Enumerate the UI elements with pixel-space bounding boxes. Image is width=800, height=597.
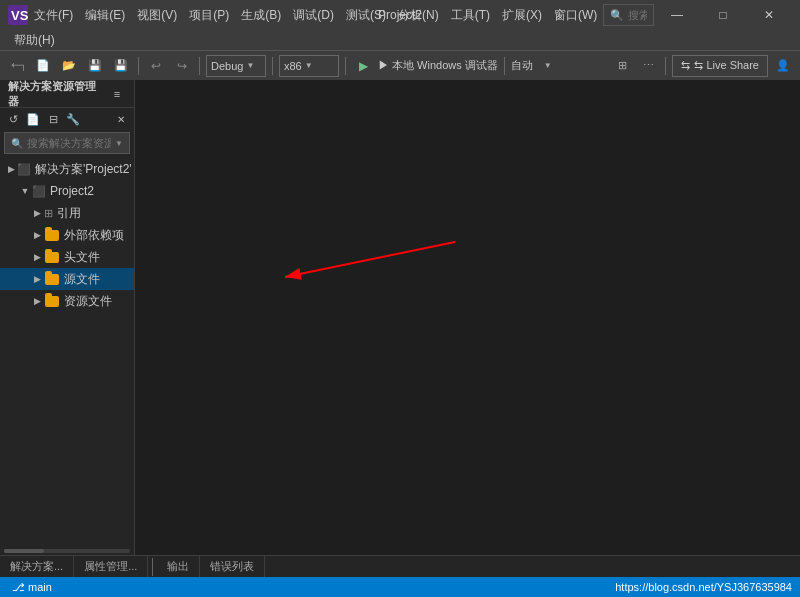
header-files-node[interactable]: ▶ 头文件 <box>0 246 134 268</box>
menu-extensions[interactable]: 扩展(X) <box>496 3 548 28</box>
status-branch[interactable]: ⎇ main <box>8 581 56 594</box>
profile-btn[interactable]: 👤 <box>772 55 794 77</box>
back-btn[interactable]: ⮢ <box>6 55 28 77</box>
solution-search-arrow: ▼ <box>115 139 123 148</box>
external-chevron: ▶ <box>32 230 42 240</box>
properties-tab[interactable]: 属性管理... <box>74 556 148 578</box>
menu-window[interactable]: 窗口(W) <box>548 3 603 28</box>
editor-area <box>135 80 800 555</box>
sidebar-toolbar: ↺ 📄 ⊟ 🔧 ✕ <box>0 108 134 130</box>
sep2 <box>199 57 200 75</box>
menu-file[interactable]: 文件(F) <box>28 3 79 28</box>
references-chevron: ▶ <box>32 208 42 218</box>
menu-build[interactable]: 生成(B) <box>235 3 287 28</box>
solution-explorer-panel: 解决方案资源管理器 ≡ ↺ 📄 ⊟ 🔧 ✕ 🔍 ▼ ▶ ⬛ 解决 <box>0 80 135 555</box>
properties-btn[interactable]: 🔧 <box>64 110 82 128</box>
run-label: ▶ 本地 Windows 调试器 <box>378 58 498 73</box>
errors-tab[interactable]: 错误列表 <box>200 556 265 578</box>
menu-tools[interactable]: 工具(T) <box>445 3 496 28</box>
title-search-input[interactable] <box>628 9 647 21</box>
sidebar-scrollbar[interactable] <box>0 547 134 555</box>
resource-folder-icon <box>44 293 60 309</box>
external-folder-icon <box>44 227 60 243</box>
platform-label: x86 <box>284 60 302 72</box>
output-tab-label: 输出 <box>167 559 189 574</box>
resource-chevron: ▶ <box>32 296 42 306</box>
sidebar-title: 解决方案资源管理器 ≡ <box>0 80 134 108</box>
platform-select[interactable]: x86 ▼ <box>279 55 339 77</box>
close-panel-btn[interactable]: ✕ <box>112 110 130 128</box>
live-share-icon: ⇆ <box>681 59 690 72</box>
title-search-box[interactable]: 🔍 <box>603 4 654 26</box>
save-all-btn[interactable]: 💾 <box>110 55 132 77</box>
menu-edit[interactable]: 编辑(E) <box>79 3 131 28</box>
solution-tab[interactable]: 解决方案... <box>0 556 74 578</box>
solution-search-bar[interactable]: 🔍 ▼ <box>4 132 130 154</box>
debug-config-label: Debug <box>211 60 243 72</box>
source-folder-icon <box>44 271 60 287</box>
references-node[interactable]: ▶ ⊞ 引用 <box>0 202 134 224</box>
new-project-btn[interactable]: 📄 <box>32 55 54 77</box>
run-button[interactable]: ▶ <box>352 55 374 77</box>
menu-project[interactable]: 项目(P) <box>183 3 235 28</box>
solution-chevron: ▶ <box>8 164 15 174</box>
sync-solution-btn[interactable]: ↺ <box>4 110 22 128</box>
sep6 <box>665 57 666 75</box>
header-chevron: ▶ <box>32 252 42 262</box>
sep1 <box>138 57 139 75</box>
solution-node[interactable]: ▶ ⬛ 解决方案'Project2' <box>0 158 134 180</box>
menu-bar: 文件(F) 编辑(E) 视图(V) 项目(P) 生成(B) 调试(D) 测试(S… <box>28 3 603 28</box>
title-bar: VS 文件(F) 编辑(E) 视图(V) 项目(P) 生成(B) 调试(D) 测… <box>0 0 800 30</box>
content-area: 解决方案资源管理器 ≡ ↺ 📄 ⊟ 🔧 ✕ 🔍 ▼ ▶ ⬛ 解决 <box>0 80 800 555</box>
menu-view[interactable]: 视图(V) <box>131 3 183 28</box>
maximize-button[interactable]: □ <box>700 0 746 30</box>
svg-text:VS: VS <box>11 8 28 23</box>
solution-search-icon: 🔍 <box>11 138 23 149</box>
project-node[interactable]: ▼ ⬛ Project2 <box>0 180 134 202</box>
solution-search-input[interactable] <box>27 137 111 149</box>
resource-files-node[interactable]: ▶ 资源文件 <box>0 290 134 312</box>
undo-btn[interactable]: ↩ <box>145 55 167 77</box>
status-url: https://blog.csdn.net/YSJ367635984 <box>615 581 792 593</box>
solution-icon: ⬛ <box>17 163 31 176</box>
sep5 <box>504 57 505 75</box>
resource-files-label: 资源文件 <box>64 293 112 310</box>
svg-line-3 <box>285 242 455 277</box>
show-files-btn[interactable]: 📄 <box>24 110 42 128</box>
platform-arrow: ▼ <box>305 61 313 70</box>
main-toolbar: ⮢ 📄 📂 💾 💾 ↩ ↪ Debug ▼ x86 ▼ ▶ ▶ 本地 Windo… <box>0 50 800 80</box>
menu-help[interactable]: 帮助(H) <box>8 28 61 53</box>
debug-config-select[interactable]: Debug ▼ <box>206 55 266 77</box>
status-bar: ⎇ main https://blog.csdn.net/YSJ36763598… <box>0 577 800 597</box>
source-files-label: 源文件 <box>64 271 100 288</box>
references-icon: ⊞ <box>44 207 53 220</box>
scrollbar-track <box>4 549 130 553</box>
toolbar-extra-btn[interactable]: ⋯ <box>637 55 659 77</box>
live-share-label: ⇆ Live Share <box>694 59 759 72</box>
source-files-node[interactable]: ▶ 源文件 <box>0 268 134 290</box>
live-share-button[interactable]: ⇆ ⇆ Live Share <box>672 55 768 77</box>
sep3 <box>272 57 273 75</box>
auto-arrow[interactable]: ▼ <box>537 55 559 77</box>
help-menu-bar: 帮助(H) <box>0 30 800 50</box>
toolbar-cam-btn[interactable]: ⊞ <box>611 55 633 77</box>
errors-tab-label: 错误列表 <box>210 559 254 574</box>
collapse-all-btn[interactable]: ⊟ <box>44 110 62 128</box>
sidebar-title-label: 解决方案资源管理器 <box>8 79 104 109</box>
menu-debug[interactable]: 调试(D) <box>287 3 340 28</box>
tab-sep <box>152 558 153 576</box>
arrow-annotation <box>265 232 465 292</box>
vs-logo: VS <box>8 5 28 25</box>
project-icon: ⬛ <box>32 185 46 198</box>
external-deps-node[interactable]: ▶ 外部依赖项 <box>0 224 134 246</box>
save-btn[interactable]: 💾 <box>84 55 106 77</box>
pin-sidebar-btn[interactable]: ≡ <box>108 85 126 103</box>
project-label: Project2 <box>50 184 94 198</box>
minimize-button[interactable]: — <box>654 0 700 30</box>
references-label: 引用 <box>57 205 81 222</box>
redo-btn[interactable]: ↪ <box>171 55 193 77</box>
output-tab[interactable]: 输出 <box>157 556 200 578</box>
close-button[interactable]: ✕ <box>746 0 792 30</box>
auto-label: 自动 <box>511 58 533 73</box>
open-btn[interactable]: 📂 <box>58 55 80 77</box>
